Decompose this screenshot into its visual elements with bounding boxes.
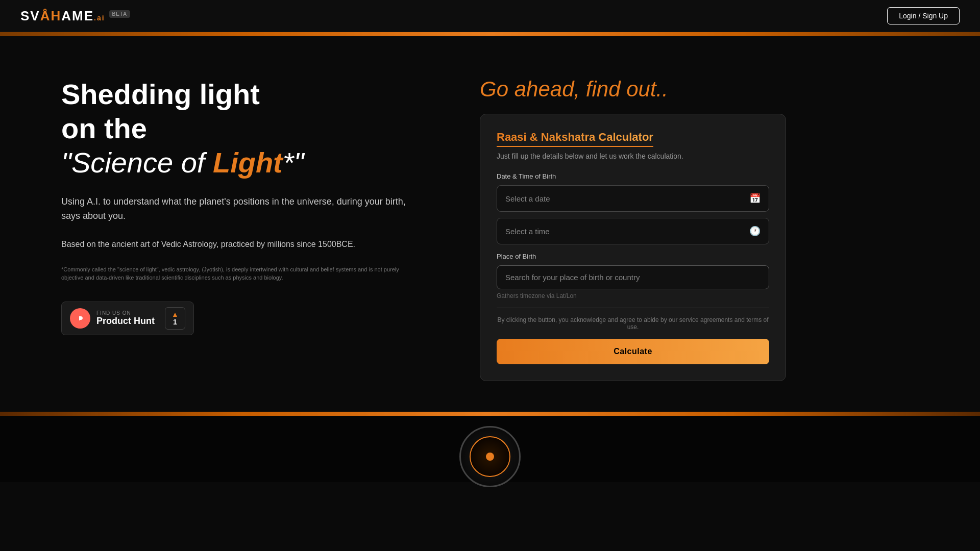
go-ahead-title: Go ahead, find out.. (480, 77, 668, 102)
hero-description: Using A.I. to understand what the planet… (61, 194, 408, 224)
logo: SVÅHAME.ai (20, 8, 105, 24)
beta-badge: BETA (109, 10, 130, 18)
compass-inner (470, 436, 510, 477)
orange-bar (0, 32, 980, 36)
time-input[interactable]: Select a time 🕐 (497, 218, 769, 244)
timezone-hint: Gathers timezone via Lat/Lon (497, 292, 769, 299)
place-label: Place of Birth (497, 253, 769, 260)
logo-text: SVÅHAME.ai (20, 8, 105, 23)
ph-text-area: FIND US ON Product Hunt (96, 310, 155, 327)
product-hunt-icon (74, 312, 86, 324)
product-hunt-logo (70, 308, 90, 329)
divider (497, 308, 769, 308)
calculator-title: Raasi & Nakshatra Calculator (497, 131, 653, 147)
clock-icon: 🕐 (749, 226, 761, 237)
place-input-wrapper (497, 265, 769, 289)
login-button[interactable]: Login / Sign Up (887, 7, 960, 24)
ph-upvote-count: 1 (173, 318, 177, 326)
right-section: Go ahead, find out.. Raasi & Nakshatra C… (480, 77, 796, 381)
main-content: Shedding light on the "Science of Light*… (0, 36, 980, 412)
ph-arrow-icon: ▲ (172, 311, 179, 318)
time-placeholder: Select a time (505, 227, 749, 236)
compass-center (486, 453, 494, 461)
left-section: Shedding light on the "Science of Light*… (61, 77, 449, 381)
terms-text: By clicking the button, you acknowledge … (497, 316, 769, 331)
calendar-icon: 📅 (749, 193, 761, 204)
header: SVÅHAME.ai BETA Login / Sign Up (0, 0, 980, 32)
logo-area: SVÅHAME.ai BETA (20, 8, 130, 24)
heading-italic: "Science of (61, 146, 213, 179)
heading-end: *" (283, 146, 304, 179)
heading-line2: on the (61, 112, 147, 144)
calculate-button[interactable]: Calculate (497, 339, 769, 364)
place-input[interactable] (505, 273, 761, 282)
date-time-label: Date & Time of Birth (497, 172, 769, 180)
calculator-card: Raasi & Nakshatra Calculator Just fill u… (480, 114, 786, 381)
calculator-subtitle: Just fill up the details below and let u… (497, 152, 769, 160)
heading-line1: Shedding light (61, 78, 260, 110)
date-input[interactable]: Select a date 📅 (497, 185, 769, 212)
ph-product-hunt-name: Product Hunt (96, 316, 155, 327)
disclaimer: *Commonly called the "science of light",… (61, 265, 408, 282)
ph-upvote[interactable]: ▲ 1 (165, 307, 185, 330)
hero-secondary: Based on the ancient art of Vedic Astrol… (61, 238, 408, 251)
bottom-section (0, 412, 980, 482)
compass-wheel (459, 426, 521, 487)
product-hunt-badge[interactable]: FIND US ON Product Hunt ▲ 1 (61, 302, 194, 335)
compass-outer (459, 426, 521, 487)
heading-orange: Light (213, 146, 283, 179)
ph-find-us-label: FIND US ON (96, 310, 155, 316)
svg-rect-1 (79, 316, 80, 320)
hero-heading: Shedding light on the "Science of Light*… (61, 77, 449, 180)
date-placeholder: Select a date (505, 194, 749, 203)
